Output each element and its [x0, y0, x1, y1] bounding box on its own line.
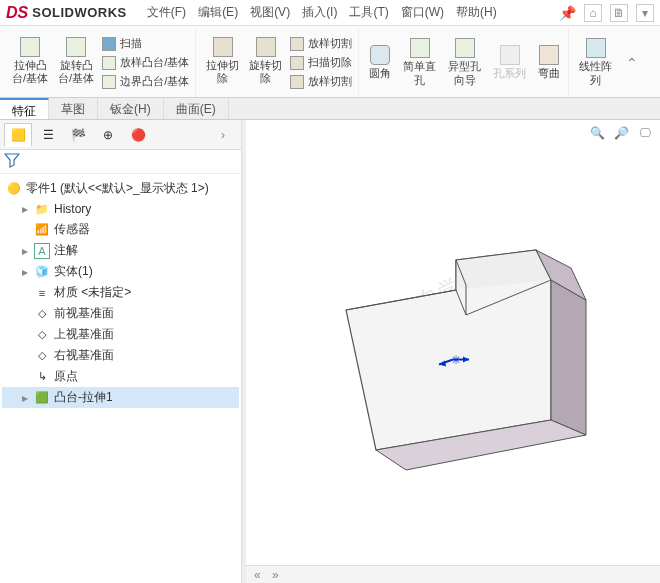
revolve-cut-button[interactable]: 旋转切 除: [245, 35, 286, 90]
tree-item-5[interactable]: ◇前视基准面: [2, 303, 239, 324]
view-scene-icon[interactable]: 🖵: [636, 124, 654, 142]
tree-item-7[interactable]: ◇右视基准面: [2, 345, 239, 366]
tree-item-icon: ≡: [34, 285, 50, 301]
funnel-icon[interactable]: [4, 152, 20, 168]
3d-viewport[interactable]: 🔍 🔎 🖵 软件自学网 WWW.RJZXW.COM: [246, 120, 660, 583]
feature-manager-panel: 🟨 ☰ 🏁 ⊕ 🔴 › 🟡 零件1 (默认<<默认>_显示状态 1>) ▸📁Hi…: [0, 120, 242, 583]
extrude-cut-button[interactable]: 拉伸切 除: [202, 35, 243, 90]
tree-item-1[interactable]: 📶传感器: [2, 219, 239, 240]
simple-hole-button[interactable]: 简单直 孔: [399, 36, 440, 88]
tree-item-label: 实体(1): [54, 263, 93, 280]
tree-item-icon: 📁: [34, 201, 50, 217]
tree-item-6[interactable]: ◇上视基准面: [2, 324, 239, 345]
panel-tab-config[interactable]: 🏁: [64, 123, 92, 147]
tree-item-label: 上视基准面: [54, 326, 114, 343]
menu-edit[interactable]: 编辑(E): [198, 4, 238, 21]
view-tools: 🔍 🔎 🖵: [588, 124, 654, 142]
tree-item-label: History: [54, 202, 91, 216]
revolve-boss-button[interactable]: 旋转凸 台/基体: [54, 35, 98, 90]
ribbon-group-pattern: 线性阵 列: [571, 28, 620, 97]
tree-item-icon: A: [34, 243, 50, 259]
ribbon-group-boss: 拉伸凸 台/基体 旋转凸 台/基体 扫描 放样凸台/基体 边界凸台/基体: [4, 28, 196, 97]
titlebar: DS SOLIDWORKS 文件(F) 编辑(E) 视图(V) 插入(I) 工具…: [0, 0, 660, 26]
tree-item-9[interactable]: ▸🟩凸台-拉伸1: [2, 387, 239, 408]
tree-item-icon: ◇: [34, 348, 50, 364]
feature-tab-bar: 特征 草图 钣金(H) 曲面(E): [0, 98, 660, 120]
svg-marker-5: [463, 356, 469, 362]
menu-view[interactable]: 视图(V): [250, 4, 290, 21]
svg-marker-1: [551, 280, 586, 435]
panel-tab-icons: 🟨 ☰ 🏁 ⊕ 🔴 ›: [0, 120, 241, 150]
extrude-boss-button[interactable]: 拉伸凸 台/基体: [8, 35, 52, 90]
tree-item-label: 右视基准面: [54, 347, 114, 364]
zoom-fit-icon[interactable]: 🔎: [612, 124, 630, 142]
app-logo: DS SOLIDWORKS: [6, 4, 127, 22]
tree-root[interactable]: 🟡 零件1 (默认<<默认>_显示状态 1>): [2, 178, 239, 199]
tree-item-icon: 📶: [34, 222, 50, 238]
tree-item-8[interactable]: ↳原点: [2, 366, 239, 387]
search-icon[interactable]: 🔍: [588, 124, 606, 142]
sweep-cut-button[interactable]: 扫描切除: [288, 54, 354, 71]
tab-features[interactable]: 特征: [0, 98, 49, 119]
tree-item-icon: 🧊: [34, 264, 50, 280]
status-bar: « »: [246, 565, 660, 583]
tab-surface[interactable]: 曲面(E): [164, 98, 229, 119]
home-icon[interactable]: ⌂: [584, 4, 602, 22]
tree-item-label: 凸台-拉伸1: [54, 389, 113, 406]
linear-pattern-button[interactable]: 线性阵 列: [575, 36, 616, 88]
ribbon: 拉伸凸 台/基体 旋转凸 台/基体 扫描 放样凸台/基体 边界凸台/基体 拉伸切…: [0, 26, 660, 98]
tree-item-2[interactable]: ▸A注解: [2, 240, 239, 261]
tree-item-icon: ↳: [34, 369, 50, 385]
panel-tab-more-icon[interactable]: ›: [209, 123, 237, 147]
logo-solidworks: SOLIDWORKS: [32, 5, 127, 20]
tree-item-4[interactable]: ≡材质 <未指定>: [2, 282, 239, 303]
tree-arrow-icon[interactable]: ▸: [20, 202, 30, 216]
tree-item-icon: ◇: [34, 327, 50, 343]
tab-sketch[interactable]: 草图: [49, 98, 98, 119]
dropdown-icon[interactable]: ▾: [636, 4, 654, 22]
title-right-buttons: ⌂ 🗎 ▾: [584, 4, 654, 22]
loft-boss-button[interactable]: 放样凸台/基体: [100, 54, 191, 71]
tree-root-label: 零件1 (默认<<默认>_显示状态 1>): [26, 180, 209, 197]
status-next-icon[interactable]: »: [272, 568, 286, 582]
tree-item-3[interactable]: ▸🧊实体(1): [2, 261, 239, 282]
tree-item-icon: ◇: [34, 306, 50, 322]
tree-arrow-icon[interactable]: ▸: [20, 391, 30, 405]
tree-item-icon: 🟩: [34, 390, 50, 406]
tree-item-label: 原点: [54, 368, 78, 385]
tree-item-0[interactable]: ▸📁History: [2, 199, 239, 219]
pin-icon[interactable]: 📌: [559, 5, 576, 21]
loft-cut-bottom-button[interactable]: 放样切割: [288, 73, 354, 90]
menu-help[interactable]: 帮助(H): [456, 4, 497, 21]
menu-window[interactable]: 窗口(W): [401, 4, 444, 21]
origin-triad-icon: ✳: [433, 344, 473, 377]
fillet-button[interactable]: 圆角: [365, 43, 395, 82]
loft-cut-top-button[interactable]: 放样切割: [288, 35, 354, 52]
panel-tab-appearance[interactable]: 🔴: [124, 123, 152, 147]
menu-tools[interactable]: 工具(T): [349, 4, 388, 21]
menu-file[interactable]: 文件(F): [147, 4, 186, 21]
panel-tab-feature-tree[interactable]: 🟨: [4, 123, 32, 147]
sweep-button[interactable]: 扫描: [100, 35, 191, 52]
tree-item-label: 传感器: [54, 221, 90, 238]
tree-item-label: 材质 <未指定>: [54, 284, 131, 301]
tab-sheetmetal[interactable]: 钣金(H): [98, 98, 164, 119]
ribbon-expand-icon[interactable]: ⌃: [622, 28, 642, 97]
document-icon[interactable]: 🗎: [610, 4, 628, 22]
ribbon-group-cut: 拉伸切 除 旋转切 除 放样切割 扫描切除 放样切割: [198, 28, 359, 97]
panel-tab-dimxpert[interactable]: ⊕: [94, 123, 122, 147]
tree-arrow-icon[interactable]: ▸: [20, 244, 30, 258]
panel-tab-property[interactable]: ☰: [34, 123, 62, 147]
filter-bar: [0, 150, 241, 174]
tree-arrow-icon[interactable]: ▸: [20, 265, 30, 279]
boundary-boss-button[interactable]: 边界凸台/基体: [100, 73, 191, 90]
menu-insert[interactable]: 插入(I): [302, 4, 337, 21]
wrap-button[interactable]: 弯曲: [534, 43, 564, 82]
hole-series-button[interactable]: 孔系列: [489, 43, 530, 82]
feature-tree: 🟡 零件1 (默认<<默认>_显示状态 1>) ▸📁History📶传感器▸A注…: [0, 174, 241, 583]
part-icon: 🟡: [6, 181, 22, 197]
logo-ds: DS: [6, 4, 28, 22]
main-area: 🟨 ☰ 🏁 ⊕ 🔴 › 🟡 零件1 (默认<<默认>_显示状态 1>) ▸📁Hi…: [0, 120, 660, 583]
status-prev-icon[interactable]: «: [254, 568, 268, 582]
hole-wizard-button[interactable]: 异型孔 向导: [444, 36, 485, 88]
